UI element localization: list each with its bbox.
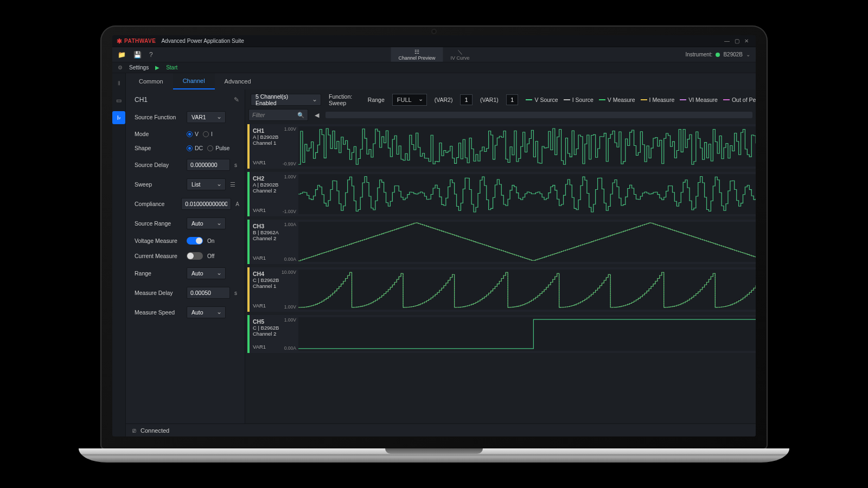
legend-swatch [641,99,647,100]
settings-label[interactable]: Settings [129,65,149,70]
maximize-button[interactable]: ▢ [732,38,742,44]
source-delay-unit: s [234,162,237,168]
open-folder-icon[interactable]: 📁 [118,51,126,59]
filter-row: Filter 🔍 ◀ ▶ [247,108,756,124]
laptop-frame: ✱ PATHWAVE Advanced Power Application Su… [100,25,768,463]
minimize-button[interactable]: — [722,38,732,44]
mode-radio-v[interactable]: V [187,131,199,137]
channel-settings-panel: CH1 ✎ Source Function VAR1 Mode V I [126,89,245,423]
y-min: 0.00A [284,345,296,351]
filter-input[interactable]: Filter 🔍 [248,109,308,121]
start-label[interactable]: Start [166,65,177,70]
y-max: 1.00V [284,317,296,323]
main-toolbar: 📁 💾 ? ☷ Channel Preview ＼ IV Curve Instr… [112,47,756,62]
channel-meta: CH5 C | B2962B Channel 2 VAR1 1.00V 0.00… [250,315,298,353]
measure-speed-label: Measure Speed [135,309,182,316]
brand-logo-icon: ✱ [117,37,122,45]
compliance-unit: A [235,201,239,207]
sweep-list-edit-icon[interactable]: ☰ [230,181,235,188]
scroll-left-icon[interactable]: ◀ [312,112,321,119]
y-max: 1.00V [284,174,296,179]
legend-label: Out of Period [732,97,756,103]
legend-swatch [526,99,532,100]
channel-plot[interactable] [298,174,756,214]
channel-instrument: C | B2962B [253,277,295,283]
channel-meta: CH3 B | B2962A Channel 2 VAR1 1.00A 0.00… [250,220,298,264]
channel-slot: Channel 2 [253,188,295,194]
measure-delay-unit: s [234,290,237,296]
shape-radio-dc[interactable]: DC [187,145,203,151]
measure-delay-input[interactable] [187,287,230,299]
var1-label: (VAR1) [480,97,499,103]
channel-plot[interactable] [298,317,756,351]
instrument-selector[interactable]: Instrument: B2902B ⌄ [685,52,750,57]
app-title: Advanced Power Application Suite [161,38,244,44]
chart-toolbar: 5 Channel(s) Enabled Function: Sweep Ran… [247,92,756,108]
y-min: 0.00A [284,256,296,262]
mode-radio-i[interactable]: I [203,131,213,137]
range-label: Range [368,97,385,103]
channel-row[interactable]: CH3 B | B2962A Channel 2 VAR1 1.00A 0.00… [247,220,756,264]
voltage-measure-state: On [207,238,214,244]
app-window: ✱ PATHWAVE Advanced Power Application Su… [112,35,756,436]
source-range-select[interactable]: Auto [187,217,226,229]
rail-item-stats[interactable]: ⫴ [112,76,125,89]
search-icon: 🔍 [297,112,304,119]
start-play-icon[interactable]: ▶ [155,65,159,70]
legend-item: V Measure [599,97,635,103]
tab-common[interactable]: Common [129,73,173,89]
compliance-input[interactable] [181,198,231,210]
channel-meta: CH1 A | B2902B Channel 1 VAR1 1.00V -0.9… [250,124,298,169]
sweep-select[interactable]: List [187,178,226,190]
channel-row[interactable]: CH5 C | B2962B Channel 2 VAR1 1.00V 0.00… [247,315,756,353]
status-bar: ⎚ Connected 💬 [126,423,756,436]
channel-slot: Channel 1 [253,140,295,146]
settings-gear-icon[interactable]: ⚙ [118,65,123,70]
help-icon[interactable]: ? [149,51,153,59]
brand-name: PATHWAVE [124,38,156,44]
channels-enabled-select[interactable]: 5 Channel(s) Enabled [251,94,321,106]
measure-speed-select[interactable]: Auto [187,306,226,318]
channel-instrument: A | B2902B [253,182,295,188]
timeline-scrollbar[interactable] [326,112,752,118]
channel-slot: Channel 2 [253,235,295,241]
channel-row[interactable]: CH4 C | B2962B Channel 1 VAR1 10.00V 1.0… [247,267,756,312]
var2-stepper[interactable]: 1 [460,94,473,105]
tab-channel[interactable]: Channel [173,73,215,89]
voltage-measure-toggle[interactable] [187,237,203,245]
source-delay-input[interactable] [187,159,230,171]
channel-plot[interactable] [298,222,756,262]
voltage-measure-label: Voltage Measure [135,237,182,244]
var1-stepper[interactable]: 1 [506,94,519,105]
rail-item-iv[interactable]: Iv [112,111,125,124]
close-button[interactable]: ✕ [742,38,751,44]
save-icon[interactable]: 💾 [133,51,142,59]
chart-area: 5 Channel(s) Enabled Function: Sweep Ran… [245,89,756,423]
channel-plot[interactable] [298,126,756,166]
channel-row[interactable]: CH1 A | B2902B Channel 1 VAR1 1.00V -0.9… [247,124,756,169]
filter-placeholder: Filter [252,112,265,118]
connection-icon: ⎚ [132,427,136,434]
source-function-select[interactable]: VAR1 [187,111,226,123]
channel-instrument: A | B2902B [253,134,295,140]
view-iv-curve[interactable]: ＼ IV Curve [443,47,477,62]
y-max: 1.00V [284,126,296,132]
instrument-label: Instrument: [685,52,712,57]
view-channel-preview[interactable]: ☷ Channel Preview [391,47,443,62]
channel-preview-icon: ☷ [398,49,435,55]
channel-row[interactable]: CH2 A | B2902B Channel 2 VAR1 1.00V -1.0… [247,172,756,216]
channel-slot: Channel 2 [253,331,295,337]
edit-channel-icon[interactable]: ✎ [234,96,239,104]
y-min: -0.99V [283,161,296,166]
channel-list: CH1 A | B2902B Channel 1 VAR1 1.00V -0.9… [247,124,756,353]
tab-advanced[interactable]: Advanced [215,73,261,89]
shape-radio-pulse[interactable]: Pulse [207,145,229,151]
source-function-label: Source Function [135,114,182,120]
range-label: Range [135,270,182,277]
range-select[interactable]: FULL [392,94,427,106]
current-measure-toggle[interactable] [187,252,203,260]
range-select[interactable]: Auto [187,267,226,279]
rail-item-monitor[interactable]: ▭ [112,94,125,107]
titlebar: ✱ PATHWAVE Advanced Power Application Su… [112,35,756,47]
channel-plot[interactable] [298,269,756,310]
